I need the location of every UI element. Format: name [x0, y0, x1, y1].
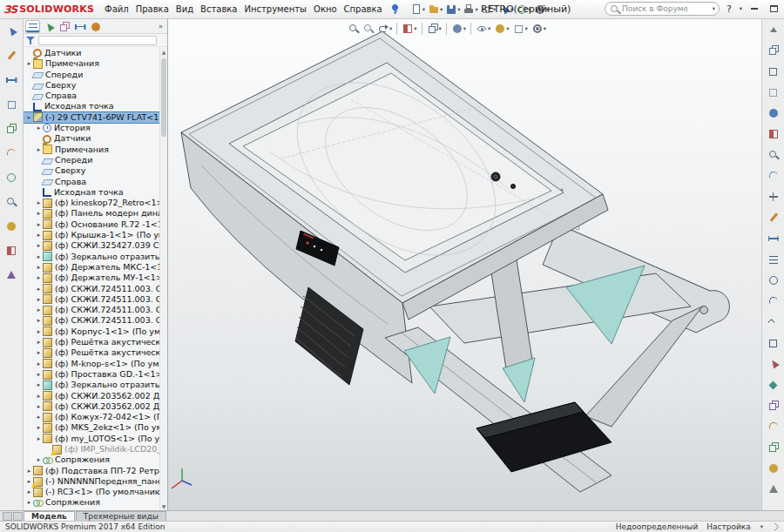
scroll-down-button[interactable] — [767, 482, 781, 496]
expand-arrow-icon[interactable]: ▸ — [35, 422, 43, 433]
tab-3d-views[interactable]: Трехмерные виды — [76, 511, 166, 521]
knob[interactable] — [491, 172, 500, 181]
expand-arrow-icon[interactable]: ▸ — [25, 466, 33, 476]
scroll-down-icon[interactable]: ▼ — [160, 503, 167, 509]
expand-arrow-icon[interactable]: ▸ — [35, 252, 43, 262]
display-style-caret-icon[interactable]: ▾ — [463, 25, 466, 32]
previous-view-button[interactable]: ▾ — [376, 22, 393, 35]
edit-appearance-caret-icon[interactable]: ▾ — [506, 25, 509, 32]
menu-file[interactable]: Файл — [101, 2, 132, 17]
search-box[interactable]: ▾ — [605, 2, 720, 16]
expand-arrow-icon[interactable]: ▸ — [35, 240, 43, 251]
new-document-caret-icon[interactable]: ▾ — [422, 6, 425, 13]
tree-item[interactable]: Датчики — [24, 48, 159, 58]
scrollbar-thumb[interactable] — [161, 58, 166, 137]
expand-arrow-icon[interactable]: ▸ — [35, 412, 43, 422]
appearances-button[interactable] — [767, 461, 781, 475]
menu-view[interactable]: Вид — [172, 2, 197, 17]
menu-tools[interactable]: Инструменты — [240, 2, 310, 17]
tab-scroll-left-button[interactable] — [3, 512, 12, 521]
extrude-button[interactable] — [767, 441, 781, 455]
minimize-button[interactable] — [747, 3, 761, 15]
expand-arrow-icon[interactable]: ▸ — [35, 284, 43, 294]
tree-item[interactable]: Справа — [24, 177, 159, 187]
tree-item[interactable]: ▸(ф) СКЖИ.203562.002 ДЗЗ-1< — [24, 391, 159, 401]
sketch-button[interactable] — [767, 211, 781, 225]
expand-arrow-icon[interactable]: ▸ — [25, 497, 33, 508]
expand-arrow-icon[interactable]: ▸ — [35, 315, 43, 326]
menu-window[interactable]: Окно — [310, 2, 341, 17]
tree-item[interactable]: ▸(ф) СКЖИ.724511.003. Опора — [24, 305, 159, 315]
open-caret-icon[interactable]: ▾ — [440, 6, 443, 13]
wireframe-display-button[interactable] — [767, 64, 781, 78]
tree-item[interactable]: ▸Сопряжения — [24, 497, 159, 508]
zoom-area-button[interactable] — [362, 22, 375, 35]
expand-arrow-icon[interactable]: ▸ — [35, 337, 43, 347]
expand-arrow-icon[interactable]: ▸ — [35, 145, 43, 155]
filter-field[interactable] — [38, 36, 157, 45]
expand-arrow-icon[interactable]: ▸ — [35, 359, 43, 369]
tree-item[interactable]: ▸(ф) Подставка ПП-72 Ретро<1> (П — [24, 466, 159, 476]
tree-item[interactable]: Справа — [24, 91, 159, 101]
tree-item[interactable]: ▸(ф) Держатель МУ-1<1> (По — [24, 273, 159, 283]
expand-arrow-icon[interactable]: ▸ — [35, 294, 43, 305]
view-orientation-caret-icon[interactable]: ▾ — [439, 25, 442, 32]
tree-item[interactable]: ▸(-) NNNNNNПередняя_панель — [24, 476, 159, 487]
resize-grip[interactable] — [771, 522, 779, 530]
expand-arrow-icon[interactable]: ▸ — [35, 434, 43, 444]
propertymanager-tab[interactable] — [41, 20, 56, 33]
view-orientation-button[interactable] — [767, 44, 781, 57]
measure-button[interactable] — [4, 195, 18, 209]
expand-arrow-icon[interactable]: ▸ — [35, 305, 43, 315]
view-settings-caret-icon[interactable]: ▾ — [544, 25, 546, 32]
tree-item[interactable]: ▸(ф) my_LOTOS<1> (По умол — [24, 434, 159, 444]
expand-arrow-icon[interactable]: ▸ — [35, 262, 43, 273]
print-button[interactable]: ▾ — [462, 3, 478, 16]
section-view-button[interactable] — [767, 127, 781, 141]
tab-scroll-right-button[interactable] — [13, 512, 23, 521]
tree-item[interactable]: ▸(ф) M-knop-s<1> (По умолча — [24, 359, 159, 369]
expand-arrow-icon[interactable]: ▸ — [35, 327, 43, 337]
tree-item[interactable]: ▸(ф) Держатель МКС-1<1> (П — [24, 262, 159, 273]
view-settings-button[interactable]: ▾ — [531, 22, 547, 35]
reference-plane-button[interactable] — [4, 98, 18, 111]
configurationmanager-tab[interactable] — [57, 20, 71, 33]
display-style-button[interactable]: ▾ — [450, 22, 467, 35]
circle-button[interactable] — [767, 273, 781, 287]
pan-button[interactable] — [767, 190, 781, 204]
help-caret-icon[interactable]: ▾ — [740, 5, 742, 12]
expand-arrow-icon[interactable]: ▸ — [35, 219, 43, 230]
section-view-button[interactable]: ▾ — [401, 22, 417, 35]
tree-item[interactable]: ▸(ф) Зеркально отразитьСКЖ — [24, 252, 159, 262]
tree-item[interactable]: Спереди — [24, 155, 159, 165]
tree-item[interactable]: ▸(ф) СКЖИ.724511.003. Опора — [24, 284, 159, 294]
expand-arrow-icon[interactable]: ▸ — [35, 369, 43, 380]
menu-edit[interactable]: Правка — [132, 2, 172, 17]
tree-item[interactable]: ▸(ф) Проставка GD.-1<1> (По — [24, 369, 159, 380]
tree-item[interactable]: ▸Примечания — [24, 58, 159, 69]
expand-arrow-icon[interactable]: ▸ — [35, 455, 43, 465]
menu-insert[interactable]: Вставка — [197, 2, 240, 17]
save-button[interactable]: ▾ — [444, 3, 461, 16]
previous-view-caret-icon[interactable]: ▾ — [389, 25, 392, 32]
expand-arrow-icon[interactable]: ▸ — [35, 273, 43, 283]
status-customize[interactable]: Настройка — [706, 522, 751, 531]
tree-item[interactable]: ▸(ф) Панель модерн динамикн — [24, 208, 159, 219]
tree-item[interactable]: Исходная точка — [24, 101, 159, 111]
tree-item[interactable]: ▸(ф) СКЖИ.724511.003. Опора — [24, 315, 159, 326]
hidden-lines-display-button[interactable] — [767, 85, 781, 99]
open-button[interactable]: ▾ — [427, 3, 443, 16]
tree-item[interactable]: ▸(ф) MKS_2ekz<1> (По умолч — [24, 422, 159, 433]
pin-icon[interactable] — [391, 3, 401, 15]
tree-scrollbar[interactable]: ▲ ▼ — [159, 48, 167, 510]
search-input[interactable] — [622, 4, 709, 13]
tree-item[interactable]: ▸(ф) Основание R.72 -1<1> (П — [24, 219, 159, 230]
tree-item[interactable]: ▸(ф) Корпус-1<1> (По умолча — [24, 327, 159, 337]
expand-arrow-icon[interactable]: ▸ — [35, 123, 43, 133]
fillet-button[interactable] — [767, 420, 781, 434]
search-caret-icon[interactable]: ▾ — [713, 5, 715, 12]
tree-item[interactable]: Спереди — [24, 70, 159, 80]
tree-item[interactable]: Исходная точка — [24, 187, 159, 198]
new-document-button[interactable]: ▾ — [409, 3, 426, 16]
expand-arrow-icon[interactable]: ▸ — [25, 58, 33, 69]
